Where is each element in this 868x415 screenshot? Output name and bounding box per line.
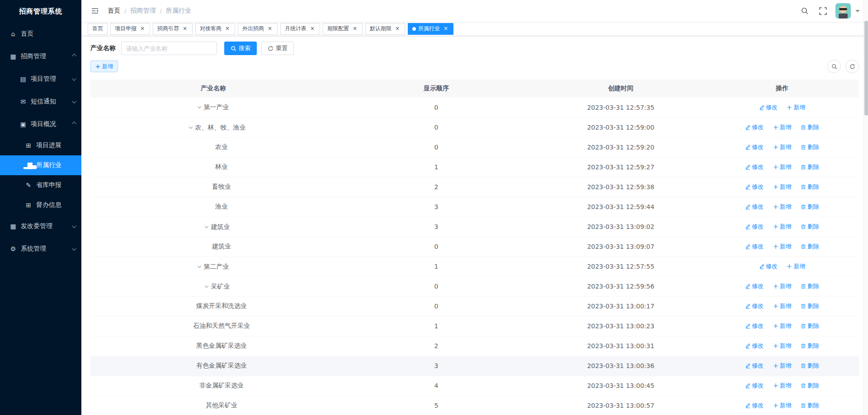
delete-link[interactable]: 删除 [801, 143, 819, 151]
table-row[interactable]: 农业 0 2023-03-31 12:59:20 修改 新增 删除 [90, 137, 859, 157]
sidebar-item-provincial-declare[interactable]: ✎省库申报 [0, 175, 81, 195]
add-child-link[interactable]: 新增 [773, 242, 792, 251]
table-row[interactable]: 建筑业 0 2023-03-31 13:09:07 修改 新增 删除 [90, 237, 859, 256]
delete-link[interactable]: 删除 [801, 382, 819, 390]
add-child-link[interactable]: 新增 [773, 362, 792, 370]
add-child-link[interactable]: 新增 [787, 103, 805, 112]
edit-link[interactable]: 修改 [745, 183, 764, 191]
table-row[interactable]: 畜牧业 2 2023-03-31 12:59:38 修改 新增 删除 [90, 177, 859, 197]
edit-link[interactable]: 修改 [745, 342, 764, 350]
expand-caret-icon[interactable] [197, 105, 201, 108]
add-child-link[interactable]: 新增 [773, 282, 792, 290]
close-icon[interactable]: × [394, 26, 401, 32]
close-icon[interactable]: × [443, 26, 449, 32]
expand-caret-icon[interactable] [204, 224, 208, 228]
toggle-search-button[interactable] [827, 60, 841, 73]
sidebar-item-project-management[interactable]: ▤项目管理 [0, 68, 81, 90]
reset-button[interactable]: 重置 [261, 42, 294, 55]
close-icon[interactable]: × [352, 26, 358, 32]
add-child-link[interactable]: 新增 [773, 342, 792, 350]
add-child-link[interactable]: 新增 [773, 382, 792, 390]
add-child-link[interactable]: 新增 [773, 401, 792, 410]
delete-link[interactable]: 删除 [801, 401, 819, 410]
add-child-link[interactable]: 新增 [773, 223, 792, 231]
sidebar-item-ndrc-management[interactable]: ▦发改委管理 [0, 215, 81, 238]
close-icon[interactable]: × [182, 26, 188, 32]
table-row[interactable]: 有色金属矿采选业 3 2023-03-31 13:00:36 修改 新增 删除 [90, 356, 859, 376]
delete-link[interactable]: 删除 [801, 163, 819, 171]
table-row[interactable]: 非金属矿采选业 4 2023-03-31 13:00:45 修改 新增 删除 [90, 376, 859, 396]
sidebar-fold-icon[interactable] [90, 5, 100, 16]
edit-link[interactable]: 修改 [745, 302, 764, 310]
close-icon[interactable]: × [139, 26, 146, 32]
add-child-link[interactable]: 新增 [773, 183, 792, 191]
tab-project-declare[interactable]: 项目申报× [110, 23, 150, 35]
table-row[interactable]: 渔业 3 2023-03-31 12:59:44 修改 新增 删除 [90, 197, 859, 217]
sidebar-item-project-overview[interactable]: ▣项目概况 [0, 113, 81, 135]
add-child-link[interactable]: 新增 [787, 262, 805, 270]
expand-caret-icon[interactable] [197, 264, 201, 267]
delete-link[interactable]: 删除 [801, 282, 819, 290]
page-scrollbar-thumb[interactable] [864, 21, 868, 116]
edit-link[interactable]: 修改 [745, 362, 764, 370]
tab-merchant-docking[interactable]: 对接客商× [195, 23, 235, 35]
breadcrumb-home[interactable]: 首页 [108, 7, 120, 15]
expand-caret-icon[interactable] [204, 284, 208, 287]
search-icon[interactable] [799, 5, 810, 16]
edit-link[interactable]: 修改 [745, 123, 764, 131]
table-row[interactable]: 建筑业 3 2023-03-31 13:09:02 修改 新增 删除 [90, 217, 859, 237]
table-row[interactable]: 采矿业 0 2023-03-31 12:59:56 修改 新增 删除 [90, 276, 859, 296]
edit-link[interactable]: 修改 [745, 143, 764, 151]
delete-link[interactable]: 删除 [801, 203, 819, 211]
sidebar-item-supervision-info[interactable]: ⊞督办信息 [0, 195, 81, 215]
table-row[interactable]: 石油和天然气开采业 1 2023-03-31 13:00:23 修改 新增 删除 [90, 316, 859, 336]
tab-default-deadline[interactable]: 默认期限× [365, 23, 405, 35]
close-icon[interactable]: × [267, 26, 273, 32]
breadcrumb-investment[interactable]: 招商管理 [130, 7, 156, 15]
refresh-table-button[interactable] [845, 60, 859, 73]
edit-link[interactable]: 修改 [745, 282, 764, 290]
sidebar-item-project-progress[interactable]: ⊞项目进展 [0, 135, 81, 155]
sidebar-item-sms-notice[interactable]: ✉短信通知 [0, 90, 81, 113]
edit-link[interactable]: 修改 [745, 322, 764, 330]
edit-link[interactable]: 修改 [745, 242, 764, 251]
add-child-link[interactable]: 新增 [773, 302, 792, 310]
add-child-link[interactable]: 新增 [773, 203, 792, 211]
expand-caret-icon[interactable] [189, 125, 192, 128]
table-row[interactable]: 其他采矿业 5 2023-03-31 13:00:57 修改 新增 删除 [90, 396, 859, 415]
edit-link[interactable]: 修改 [759, 103, 778, 112]
chevron-down-icon[interactable] [855, 10, 860, 14]
tab-home[interactable]: 首页 [88, 23, 108, 35]
edit-link[interactable]: 修改 [745, 223, 764, 231]
close-icon[interactable]: × [224, 26, 231, 32]
delete-link[interactable]: 删除 [801, 123, 819, 131]
add-child-link[interactable]: 新增 [773, 322, 792, 330]
close-icon[interactable]: × [309, 26, 316, 32]
sidebar-item-investment-management[interactable]: ▦招商管理 [0, 45, 81, 68]
delete-link[interactable]: 删除 [801, 183, 819, 191]
delete-link[interactable]: 删除 [801, 223, 819, 231]
delete-link[interactable]: 删除 [801, 342, 819, 350]
tab-outbound-investment[interactable]: 外出招商× [238, 23, 278, 35]
table-row[interactable]: 第一产业 0 2023-03-31 12:57:35 修改 新增 [90, 98, 859, 117]
add-child-link[interactable]: 新增 [773, 163, 792, 171]
delete-link[interactable]: 删除 [801, 302, 819, 310]
sidebar-item-home[interactable]: ⌂首页 [0, 23, 81, 45]
fullscreen-icon[interactable] [817, 5, 828, 16]
edit-link[interactable]: 修改 [759, 262, 778, 270]
search-button[interactable]: 搜索 [224, 42, 257, 55]
sidebar-item-industry[interactable]: ▂▇▄所属行业 [0, 155, 81, 175]
tab-monthly-stats[interactable]: 月统计表× [280, 23, 320, 35]
edit-link[interactable]: 修改 [745, 163, 764, 171]
tab-deadline-config[interactable]: 期限配置× [323, 23, 363, 35]
edit-link[interactable]: 修改 [745, 382, 764, 390]
industry-name-input[interactable] [121, 42, 217, 55]
sidebar-item-system-management[interactable]: ⚙系统管理 [0, 238, 81, 260]
add-child-link[interactable]: 新增 [773, 123, 792, 131]
edit-link[interactable]: 修改 [745, 203, 764, 211]
tab-industry[interactable]: 所属行业× [408, 23, 453, 35]
delete-link[interactable]: 删除 [801, 362, 819, 370]
delete-link[interactable]: 删除 [801, 242, 819, 251]
table-row[interactable]: 农、林、牧、渔业 0 2023-03-31 12:59:00 修改 新增 删除 [90, 117, 859, 137]
delete-link[interactable]: 删除 [801, 322, 819, 330]
